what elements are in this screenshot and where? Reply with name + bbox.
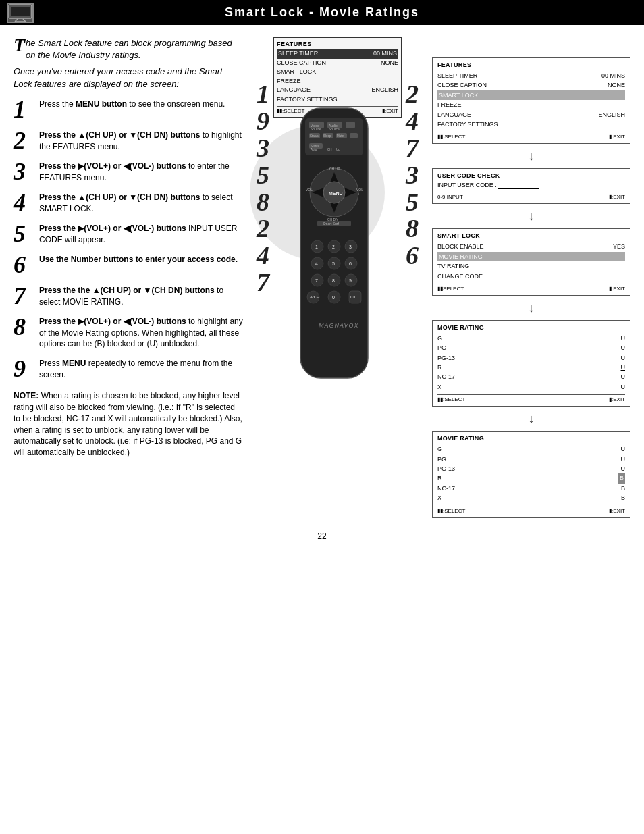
movie-rating1-row-r: RU <box>437 363 625 372</box>
step-9-number: 9 <box>14 357 39 381</box>
smartlock-footer: ▮▮SELECT▮ EXIT <box>437 284 625 292</box>
movie-rating1-row-x: XU <box>437 382 625 392</box>
page-number: 22 <box>0 531 644 548</box>
arrow-2: ↓ <box>432 210 630 222</box>
svg-rect-1 <box>11 7 30 16</box>
user-code-input-line: INPUT USER CODE : _ _ _ _ <box>437 182 625 189</box>
step-6-text: Use the Number buttons to enter your acc… <box>39 253 238 265</box>
user-code-footer: 0-9:INPUT▮:EXIT <box>437 192 625 200</box>
note-section: NOTE: When a rating is chosen to be bloc… <box>14 390 243 459</box>
svg-text:3: 3 <box>349 244 352 249</box>
smartlock-title: SMART LOCK <box>437 232 625 239</box>
svg-text:Smart Surf: Smart Surf <box>323 221 340 226</box>
user-code-ui-box: USER CODE CHECK INPUT USER CODE : _ _ _ … <box>432 168 630 204</box>
remote-control: Video Source Audio Source Status Sleep M… <box>284 105 392 390</box>
big-numbers-right: 2 4 7 3 5 8 6 <box>406 81 419 269</box>
movie-rating1-row-pg13: PG-13U <box>437 353 625 363</box>
step-3-number: 3 <box>14 159 39 184</box>
smartlock-row-tv: TV RATING <box>437 261 625 271</box>
svg-text:2: 2 <box>332 244 335 249</box>
svg-text:1: 1 <box>315 244 318 249</box>
smartlock-ui-box: SMART LOCK BLOCK ENABLEYES MOVIE RATING … <box>432 228 630 296</box>
smartlock-row-movie: MOVIE RATING <box>437 252 625 261</box>
screen-row-factory: FACTORY SETTINGS <box>277 95 398 105</box>
step-7: 7 Press the the ▲(CH UP) or ▼(CH DN) but… <box>14 284 243 308</box>
screen-row-language: LANGUAGEENGLISH <box>277 86 398 95</box>
tv-icon <box>7 3 34 23</box>
step-8-text: Press the ▶(VOL+) or ◀(VOL-) buttons to … <box>39 315 243 350</box>
movie-rating1-row-g: GU <box>437 334 625 343</box>
features-title: FEATURES <box>437 61 625 68</box>
step-6: 6 Use the Number buttons to enter your a… <box>14 253 243 277</box>
features-row-caption: CLOSE CAPTIONNONE <box>437 80 625 90</box>
features-ui-box: FEATURES SLEEP TIMER00 MINS CLOSE CAPTIO… <box>432 57 630 144</box>
big-numbers-left: 1 9 3 5 8 2 4 7 <box>257 81 269 296</box>
step-2-text: Press the ▲(CH UP) or ▼(CH DN) buttons t… <box>39 128 243 153</box>
arrow-1: ↓ <box>432 150 630 162</box>
arrow-3: ↓ <box>432 302 630 314</box>
movie-rating1-row-pg: PGU <box>437 343 625 353</box>
step-4: 4 Press the ▲(CH UP) or ▼(CH DN) buttons… <box>14 190 243 215</box>
note-label: NOTE: <box>14 391 38 400</box>
movie-rating2-row-r: RB <box>437 473 625 483</box>
step-7-number: 7 <box>14 284 39 308</box>
svg-text:8: 8 <box>332 278 335 283</box>
features-row-factory: FACTORY SETTINGS <box>437 120 625 129</box>
svg-text:7: 7 <box>315 278 318 283</box>
svg-rect-9 <box>346 122 355 128</box>
step-4-number: 4 <box>14 190 39 215</box>
svg-text:9: 9 <box>349 278 352 283</box>
movie-rating2-row-g: GU <box>437 444 625 454</box>
step-8-number: 8 <box>14 315 39 339</box>
steps-list: 1 Press the MENU button to see the onscr… <box>14 97 243 381</box>
step-6-number: 6 <box>14 253 39 277</box>
step-4-text: Press the ▲(CH UP) or ▼(CH DN) buttons t… <box>39 190 243 215</box>
smartlock-row-block: BLOCK ENABLEYES <box>437 242 625 251</box>
svg-text:Up: Up <box>336 148 340 151</box>
svg-text:6: 6 <box>349 261 352 266</box>
svg-text:100: 100 <box>350 295 357 299</box>
step-1: 1 Press the MENU button to see the onscr… <box>14 97 243 122</box>
svg-text:Status: Status <box>310 134 319 138</box>
movie-rating1-title: MOVIE RATING <box>437 324 625 331</box>
svg-text:+: + <box>358 192 360 196</box>
smartlock-row-code: CHANGE CODE <box>437 271 625 281</box>
step-1-text: Press the MENU button to see the onscree… <box>39 97 225 110</box>
svg-text:MENU: MENU <box>329 191 343 196</box>
user-code-title: USER CODE CHECK <box>437 172 625 179</box>
svg-text:MAGNAVOX: MAGNAVOX <box>319 322 359 329</box>
step-8: 8 Press the ▶(VOL+) or ◀(VOL-) buttons t… <box>14 315 243 350</box>
svg-text:4: 4 <box>315 261 318 266</box>
step-1-number: 1 <box>14 97 39 122</box>
features-row-sleep: SLEEP TIMER00 MINS <box>437 71 625 80</box>
movie-rating2-row-x: XB <box>437 493 625 502</box>
svg-text:CH: CH <box>327 148 332 151</box>
step-2-number: 2 <box>14 128 39 153</box>
step-2: 2 Press the ▲(CH UP) or ▼(CH DN) buttons… <box>14 128 243 153</box>
svg-text:Source: Source <box>329 127 340 131</box>
right-column: FEATURES SLEEP TIMER00 MINS CLOSE CAPTIO… <box>432 37 630 518</box>
movie-rating2-row-pg: PGU <box>437 454 625 464</box>
main-content: The Smart Lock feature can block program… <box>0 25 644 525</box>
movie-rating2-row-nc17: NC-17B <box>437 484 625 493</box>
screen-row-smartlock: SMART LOCK <box>277 68 398 77</box>
step-7-text: Press the the ▲(CH UP) or ▼(CH DN) butto… <box>39 284 243 308</box>
middle-column: FEATURES SLEEP TIMER00 MINS CLOSE CAPTIO… <box>250 37 425 518</box>
svg-text:A/CH: A/CH <box>310 295 319 299</box>
movie-rating1-footer: ▮▮:SELECT▮:EXIT <box>437 394 625 402</box>
page-title: Smart Lock - Movie Ratings <box>225 5 419 20</box>
note-text: When a rating is chosen to be blocked, a… <box>14 391 242 457</box>
movie-rating2-ui-box: MOVIE RATING GU PGU PG-13U RB NC-17B XB … <box>432 431 630 517</box>
svg-text:Sleep: Sleep <box>323 134 331 138</box>
user-code-value: _ _ _ _ <box>498 182 539 189</box>
screen-row-sleep: SLEEP TIMER00 MINS <box>277 49 398 59</box>
screen-title: FEATURES <box>277 41 398 47</box>
svg-text:Source: Source <box>311 127 321 131</box>
movie-rating2-title: MOVIE RATING <box>437 435 625 442</box>
intro-text: The Smart Lock feature can block program… <box>14 37 243 90</box>
screen-row-caption: CLOSE CAPTIONNONE <box>277 59 398 68</box>
step-5: 5 Press the ▶(VOL+) or ◀(VOL-) buttons I… <box>14 221 243 246</box>
movie-rating2-row-pg13: PG-13U <box>437 464 625 473</box>
svg-text:0: 0 <box>332 295 335 300</box>
svg-text:5: 5 <box>332 261 335 266</box>
